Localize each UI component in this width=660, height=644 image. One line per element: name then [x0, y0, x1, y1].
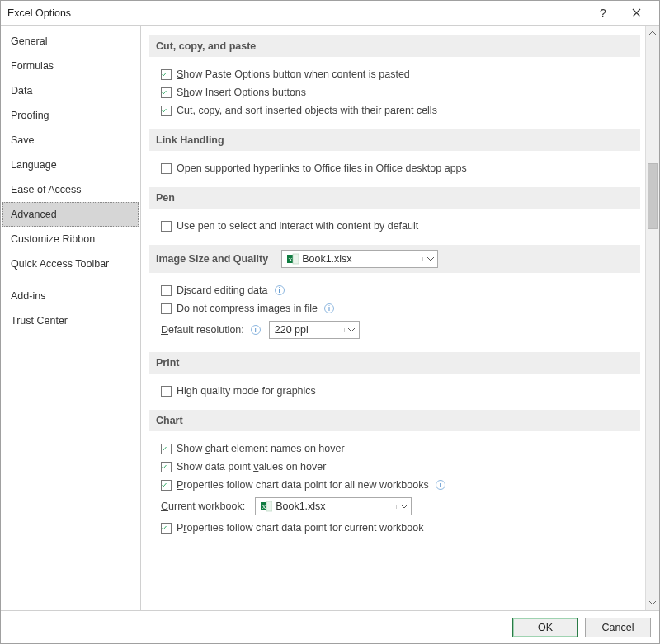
svg-text:X: X	[262, 504, 266, 510]
label-open-hyperlinks-desktop: Open supported hyperlinks to Office file…	[177, 162, 467, 174]
checkbox-chart-element-names[interactable]	[161, 444, 172, 454]
combo-resolution-value: 220 ppi	[275, 324, 309, 336]
checkbox-do-not-compress[interactable]	[161, 303, 172, 314]
sidebar-item-data[interactable]: Data	[2, 78, 139, 103]
options-content: Cut, copy, and paste Show Paste Options …	[141, 26, 645, 610]
svg-text:X: X	[289, 256, 293, 263]
combo-current-workbook[interactable]: X Book1.xlsx	[255, 497, 412, 515]
info-icon[interactable]: i	[275, 285, 285, 295]
label-show-insert-options: Show Insert Options buttons	[177, 87, 306, 98]
checkbox-discard-editing-data[interactable]	[161, 285, 172, 296]
svg-rect-2	[293, 254, 299, 264]
checkbox-cut-copy-sort-objects[interactable]	[161, 106, 172, 116]
scroll-track[interactable]	[646, 40, 659, 596]
excel-options-dialog: Excel Options ? General Formulas Data Pr…	[0, 0, 660, 644]
excel-file-icon: X	[287, 253, 299, 265]
sidebar-item-customize-ribbon[interactable]: Customize Ribbon	[2, 227, 139, 251]
section-image-title: Image Size and Quality	[156, 253, 268, 265]
label-cut-copy-sort-objects: Cut, copy, and sort inserted objects wit…	[177, 105, 437, 116]
section-image-size-quality: Image Size and Quality X Book1.xlsx	[149, 245, 640, 273]
label-show-paste-options: Show Paste Options button when content i…	[177, 68, 410, 80]
vertical-scrollbar[interactable]	[645, 26, 659, 610]
checkbox-show-insert-options[interactable]	[161, 87, 172, 98]
label-default-resolution: Default resolution:	[161, 324, 244, 336]
category-sidebar: General Formulas Data Proofing Save Lang…	[1, 26, 141, 610]
label-discard-editing-data: Discard editing data	[177, 284, 268, 296]
info-icon[interactable]: i	[251, 325, 261, 335]
combo-current-workbook-value: Book1.xlsx	[276, 501, 325, 512]
section-link-handling: Link Handling	[149, 129, 640, 151]
scroll-up-button[interactable]	[646, 26, 659, 40]
checkbox-open-hyperlinks-desktop[interactable]	[161, 163, 172, 174]
label-current-workbook: Current workbook:	[161, 501, 245, 512]
sidebar-item-advanced[interactable]: Advanced	[2, 202, 139, 227]
sidebar-item-quick-access-toolbar[interactable]: Quick Access Toolbar	[2, 251, 139, 276]
sidebar-item-formulas[interactable]: Formulas	[2, 54, 139, 78]
help-button[interactable]: ?	[587, 2, 620, 25]
checkbox-properties-all-workbooks[interactable]	[161, 480, 172, 491]
info-icon[interactable]: i	[324, 303, 334, 313]
dialog-footer: OK Cancel	[1, 610, 659, 643]
sidebar-item-general[interactable]: General	[2, 29, 139, 54]
window-title: Excel Options	[7, 7, 587, 19]
sidebar-item-save[interactable]: Save	[2, 128, 139, 153]
combo-image-target-value: Book1.xlsx	[302, 253, 351, 265]
scroll-thumb[interactable]	[648, 163, 658, 229]
combo-default-resolution[interactable]: 220 ppi	[269, 321, 360, 339]
section-print: Print	[149, 352, 640, 374]
combo-image-target-workbook[interactable]: X Book1.xlsx	[281, 250, 438, 268]
checkbox-data-point-values[interactable]	[161, 462, 172, 472]
sidebar-item-language[interactable]: Language	[2, 153, 139, 177]
label-properties-all-workbooks: Properties follow chart data point for a…	[177, 479, 429, 491]
help-icon: ?	[600, 7, 606, 20]
section-cut-copy-paste: Cut, copy, and paste	[149, 35, 640, 57]
label-pen-select: Use pen to select and interact with cont…	[177, 220, 418, 232]
label-chart-element-names: Show chart element names on hover	[177, 443, 345, 454]
caret-down-icon	[344, 328, 359, 332]
close-icon	[632, 8, 641, 17]
sidebar-item-trust-center[interactable]: Trust Center	[2, 308, 139, 333]
label-do-not-compress: Do not compress images in file	[177, 303, 318, 314]
svg-rect-5	[266, 501, 272, 511]
checkbox-show-paste-options[interactable]	[161, 69, 172, 80]
sidebar-item-ease-of-access[interactable]: Ease of Access	[2, 177, 139, 202]
label-high-quality-graphics: High quality mode for graphics	[177, 385, 316, 397]
checkbox-pen-select[interactable]	[161, 221, 172, 232]
sidebar-item-proofing[interactable]: Proofing	[2, 103, 139, 128]
info-icon[interactable]: i	[436, 480, 446, 490]
close-button[interactable]	[620, 2, 653, 25]
label-properties-current-workbook: Properties follow chart data point for c…	[177, 522, 423, 534]
section-pen: Pen	[149, 187, 640, 209]
section-chart: Chart	[149, 410, 640, 431]
caret-down-icon	[422, 257, 437, 261]
caret-down-icon	[396, 505, 411, 509]
label-data-point-values: Show data point values on hover	[177, 461, 326, 472]
checkbox-properties-current-workbook[interactable]	[161, 523, 172, 534]
excel-file-icon: X	[261, 501, 272, 512]
scroll-down-button[interactable]	[646, 596, 659, 610]
checkbox-high-quality-graphics[interactable]	[161, 386, 172, 397]
titlebar: Excel Options ?	[1, 1, 659, 26]
cancel-button[interactable]: Cancel	[585, 618, 651, 637]
ok-button[interactable]: OK	[512, 618, 578, 637]
sidebar-item-add-ins[interactable]: Add-ins	[2, 284, 139, 308]
